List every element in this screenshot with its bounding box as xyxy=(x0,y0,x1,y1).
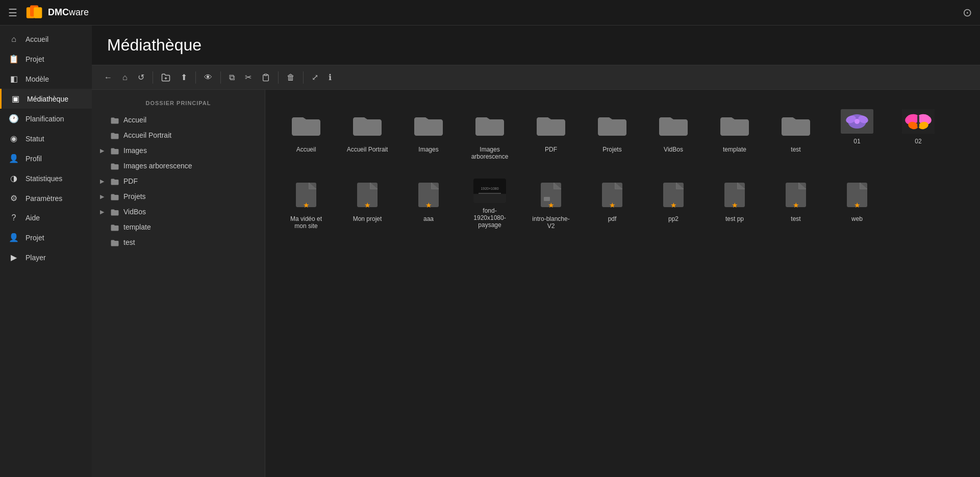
grid-item-web[interactable]: ★ web xyxy=(832,174,883,234)
svg-rect-5 xyxy=(264,74,267,76)
grid-item-pdf-file[interactable]: ★ pdf xyxy=(587,174,638,234)
tree-item-pdf[interactable]: ▶ PDF xyxy=(92,173,265,189)
tree-label-projets: Projets xyxy=(123,192,146,200)
grid-label-accueil: Accueil xyxy=(296,146,316,153)
statistiques-icon: ◑ xyxy=(8,173,19,183)
copy-button[interactable]: ⧉ xyxy=(225,70,239,85)
sidebar-item-parametres[interactable]: ⚙ Paramètres xyxy=(0,188,92,208)
grid-item-01[interactable]: 01 xyxy=(832,105,883,164)
grid-item-images[interactable]: Images xyxy=(403,105,454,164)
file-icon-ma-video: ★ xyxy=(290,179,322,211)
preview-button[interactable]: 👁 xyxy=(200,70,216,85)
grid-item-vidbos-folder[interactable]: VidBos xyxy=(648,105,699,164)
tree-item-vidbos[interactable]: ▶ VidBos xyxy=(92,204,265,219)
content-area: DOSSIER PRINCIPAL Accueil Accueil Portra… xyxy=(92,90,980,477)
sidebar-label-accueil: Accueil xyxy=(26,35,48,43)
main-area: Médiathèque ← ⌂ ↺ ⬆ 👁 ⧉ ✂ 🗑 ⤢ ℹ xyxy=(92,26,980,477)
folder-icon xyxy=(110,208,119,216)
sidebar-label-planification: Planification xyxy=(26,115,64,123)
grid-item-ma-video[interactable]: ★ Ma vidéo et mon site xyxy=(281,174,332,234)
move-button[interactable]: ⤢ xyxy=(308,69,322,85)
grid-item-accueil[interactable]: Accueil xyxy=(281,105,332,164)
projet2-icon: 👤 xyxy=(8,233,19,242)
thumb-02 xyxy=(902,109,935,134)
back-button[interactable]: ← xyxy=(100,70,116,85)
tree-header: DOSSIER PRINCIPAL xyxy=(92,96,265,112)
tree-item-images-arborescence[interactable]: Images arborescence xyxy=(92,158,265,173)
grid-item-pdf-folder[interactable]: PDF xyxy=(525,105,576,164)
folder-icon-images-arborescence xyxy=(473,109,506,142)
paste-button[interactable] xyxy=(258,70,274,85)
sidebar-label-player: Player xyxy=(26,254,46,262)
grid-label-aaa: aaa xyxy=(423,215,434,222)
grid-label-pdf-folder: PDF xyxy=(545,146,557,153)
new-folder-button[interactable] xyxy=(157,70,174,85)
folder-icon-projets xyxy=(596,109,629,142)
grid-item-pp2[interactable]: ★ pp2 xyxy=(648,174,699,234)
sidebar-item-statut[interactable]: ◉ Statut xyxy=(0,129,92,148)
folder-icon xyxy=(110,192,119,200)
grid-item-test-pp[interactable]: ★ test pp xyxy=(709,174,760,234)
sidebar-item-modele[interactable]: ◧ Modèle xyxy=(0,69,92,89)
upload-button[interactable]: ⬆ xyxy=(177,69,191,85)
svg-rect-2 xyxy=(34,7,42,18)
sidebar-item-planification[interactable]: 🕐 Planification xyxy=(0,109,92,129)
grid-item-images-arborescence[interactable]: Images arborescence xyxy=(464,105,515,164)
grid-item-aaa[interactable]: ★ aaa xyxy=(403,174,454,234)
grid-item-fond-paysage[interactable]: 1920×1080 fond-1920x1080-paysage xyxy=(464,174,515,234)
info-button[interactable]: ℹ xyxy=(324,69,336,85)
grid-item-test-folder[interactable]: test xyxy=(770,105,821,164)
grid-item-02[interactable]: 02 xyxy=(893,105,944,164)
grid-label-web: web xyxy=(851,215,863,222)
grid-label-intro-blanche: intro-blanche-V2 xyxy=(530,215,572,230)
sidebar-item-projet[interactable]: 📋 Projet xyxy=(0,49,92,69)
tree-item-accueil-portrait[interactable]: Accueil Portrait xyxy=(92,128,265,143)
chevron-projets: ▶ xyxy=(100,193,106,200)
file-icon-aaa: ★ xyxy=(412,179,445,211)
svg-point-10 xyxy=(855,119,860,124)
grid-item-mon-projet[interactable]: ★ Mon projet xyxy=(342,174,393,234)
sidebar-item-aide[interactable]: ? Aide xyxy=(0,208,92,228)
grid-label-accueil-portrait: Accueil Portrait xyxy=(347,146,388,153)
hamburger-menu[interactable]: ☰ xyxy=(8,7,17,19)
grid-item-intro-blanche[interactable]: ★ intro-blanche-V2 xyxy=(525,174,576,234)
sidebar-item-mediatheque[interactable]: ▣ Médiathèque xyxy=(0,89,92,109)
toolbar: ← ⌂ ↺ ⬆ 👁 ⧉ ✂ 🗑 ⤢ ℹ xyxy=(92,65,980,90)
page-header: Médiathèque xyxy=(92,26,980,65)
modele-icon: ◧ xyxy=(8,74,19,84)
sidebar-item-projet2[interactable]: 👤 Projet xyxy=(0,228,92,247)
parametres-icon: ⚙ xyxy=(8,193,19,203)
tree-item-images[interactable]: ▶ Images xyxy=(92,143,265,158)
file-icon-mon-projet: ★ xyxy=(351,179,384,211)
sidebar-label-projet2: Projet xyxy=(26,234,44,242)
sidebar-item-profil[interactable]: 👤 Profil xyxy=(0,148,92,168)
tree-label-images-arborescence: Images arborescence xyxy=(123,162,192,170)
tree-item-projets[interactable]: ▶ Projets xyxy=(92,189,265,204)
tree-item-template[interactable]: template xyxy=(92,219,265,235)
user-profile-icon[interactable]: ⊙ xyxy=(963,6,972,19)
refresh-button[interactable]: ↺ xyxy=(134,69,148,85)
grid-label-pdf-file: pdf xyxy=(608,215,617,222)
grid-item-projets-folder[interactable]: Projets xyxy=(587,105,638,164)
logo: DMCware xyxy=(26,4,89,22)
grid-item-template-folder[interactable]: template xyxy=(709,105,760,164)
tree-label-template: template xyxy=(123,223,151,231)
tree-item-test[interactable]: test xyxy=(92,235,265,250)
grid-item-test-file[interactable]: ★ test xyxy=(770,174,821,234)
grid-label-test-folder: test xyxy=(791,146,800,153)
sidebar-item-player[interactable]: ▶ Player xyxy=(0,247,92,267)
home-button[interactable]: ⌂ xyxy=(118,70,132,85)
sidebar-item-accueil[interactable]: ⌂ Accueil xyxy=(0,30,92,49)
tree-item-accueil[interactable]: Accueil xyxy=(92,112,265,128)
sidebar-item-statistiques[interactable]: ◑ Statistiques xyxy=(0,168,92,188)
delete-button[interactable]: 🗑 xyxy=(283,70,299,85)
sidebar-label-statistiques: Statistiques xyxy=(26,174,62,183)
folder-icon-accueil-portrait xyxy=(351,109,384,142)
grid-item-accueil-portrait[interactable]: Accueil Portrait xyxy=(342,105,393,164)
svg-rect-29 xyxy=(544,197,550,201)
sidebar: ⌂ Accueil 📋 Projet ◧ Modèle ▣ Médiathèqu… xyxy=(0,26,92,477)
logo-icon xyxy=(26,4,44,22)
cut-button[interactable]: ✂ xyxy=(241,69,256,85)
grid-label-mon-projet: Mon projet xyxy=(353,215,382,222)
sidebar-label-profil: Profil xyxy=(26,155,42,163)
